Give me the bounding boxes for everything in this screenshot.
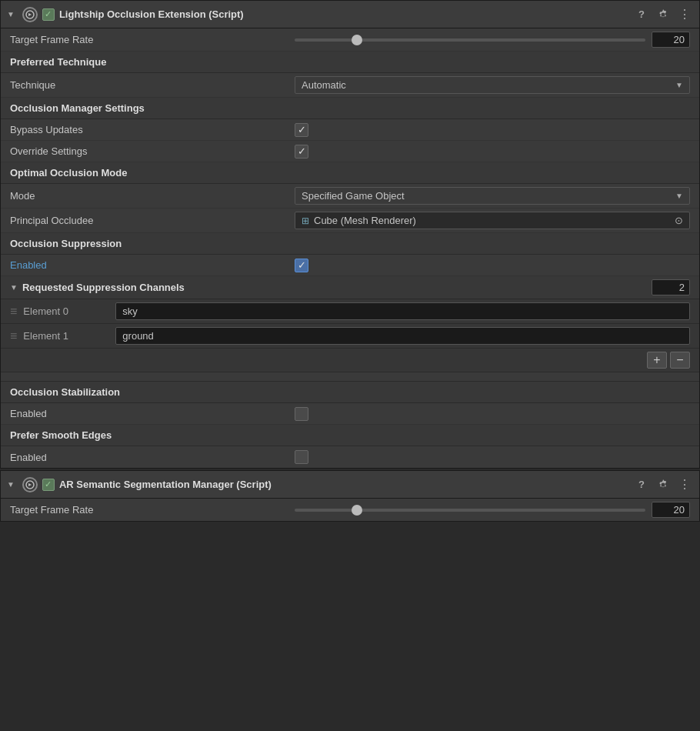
- element-1-input[interactable]: [115, 327, 690, 345]
- panel1-help-icon[interactable]: ?: [633, 6, 650, 23]
- panel2-script-icon: [22, 477, 38, 492]
- panel1-content: Target Frame Rate 20 Preferred Technique…: [1, 28, 699, 468]
- occlusion-manager-settings-header: Occlusion Manager Settings: [1, 98, 699, 119]
- array-buttons-row: + −: [1, 349, 699, 372]
- bypass-updates-label: Bypass Updates: [10, 124, 295, 135]
- occlusion-stabilization-header: Occlusion Stabilization: [1, 382, 699, 403]
- panel2-target-frame-rate-value: 20: [295, 502, 690, 518]
- smooth-edges-enabled-checkbox[interactable]: [295, 450, 308, 464]
- panel2-menu-icon[interactable]: ⋮: [676, 476, 693, 493]
- principal-occludee-field[interactable]: ⊞ Cube (Mesh Renderer) ⊙: [295, 212, 690, 229]
- target-frame-rate-value: 20: [295, 32, 690, 48]
- panel1-header: ▼ ✓ Lightship Occlusion Extension (Scrip…: [1, 1, 699, 28]
- panel1-settings-icon[interactable]: [655, 6, 672, 23]
- technique-row: Technique Automatic ▼: [1, 73, 699, 98]
- panel2-content: Target Frame Rate 20: [1, 499, 699, 521]
- preferred-technique-label: Preferred Technique: [10, 56, 106, 68]
- principal-occludee-value: ⊞ Cube (Mesh Renderer) ⊙: [295, 212, 690, 229]
- panel1-script-icon: [22, 7, 38, 22]
- technique-label: Technique: [10, 79, 295, 91]
- panel2-header: ▼ ✓ AR Semantic Segmentation Manager (Sc…: [1, 471, 699, 499]
- channels-count[interactable]: 2: [652, 279, 690, 295]
- technique-value: Automatic ▼: [295, 76, 690, 94]
- remove-element-button[interactable]: −: [670, 352, 690, 369]
- panel2-settings-icon[interactable]: [655, 476, 672, 493]
- panel2-target-frame-rate-number[interactable]: 20: [652, 502, 690, 518]
- override-settings-row: Override Settings ✓: [1, 141, 699, 162]
- smooth-edges-enabled-value: [295, 450, 690, 464]
- target-frame-rate-number[interactable]: 20: [652, 32, 690, 48]
- panel2-collapse-triangle[interactable]: ▼: [7, 480, 15, 489]
- element-0-row: ≡ Element 0: [1, 299, 699, 324]
- panel1-enabled-check[interactable]: ✓: [42, 8, 55, 21]
- stabilization-enabled-value: [295, 407, 690, 421]
- cube-icon: ⊞: [302, 215, 309, 226]
- stabilization-enabled-checkbox[interactable]: [295, 407, 308, 421]
- principal-occludee-row: Principal Occludee ⊞ Cube (Mesh Renderer…: [1, 209, 699, 233]
- element-0-handle: ≡: [10, 305, 17, 318]
- panel2-target-frame-rate-label: Target Frame Rate: [10, 504, 295, 516]
- occlusion-stabilization-label: Occlusion Stabilization: [10, 386, 120, 398]
- principal-occludee-label: Principal Occludee: [10, 215, 295, 226]
- optimal-occlusion-mode-header: Optimal Occlusion Mode: [1, 162, 699, 184]
- suppression-enabled-text: Enabled: [10, 259, 47, 271]
- optimal-occlusion-mode-label: Optimal Occlusion Mode: [10, 167, 127, 179]
- bypass-updates-checkbox[interactable]: ✓: [295, 123, 308, 137]
- prefer-smooth-edges-label: Prefer Smooth Edges: [10, 429, 112, 441]
- mode-dropdown-arrow: ▼: [675, 192, 683, 200]
- channels-collapse-triangle[interactable]: ▼: [10, 283, 18, 292]
- panel2-target-frame-rate-slider[interactable]: [295, 509, 645, 512]
- add-element-button[interactable]: +: [647, 352, 667, 369]
- technique-dropdown-arrow: ▼: [675, 81, 683, 89]
- smooth-edges-enabled-row: Enabled: [1, 446, 699, 468]
- principal-occludee-text: Cube (Mesh Renderer): [314, 215, 416, 226]
- suppression-enabled-value: ✓: [295, 259, 690, 272]
- ar-segmentation-panel: ▼ ✓ AR Semantic Segmentation Manager (Sc…: [0, 470, 700, 522]
- occlusion-suppression-label: Occlusion Suppression: [10, 238, 122, 249]
- panel2-enabled-check[interactable]: ✓: [42, 479, 55, 491]
- target-frame-rate-slider-container: 20: [295, 32, 690, 48]
- panel1-collapse-triangle[interactable]: ▼: [7, 10, 15, 18]
- occlusion-suppression-header: Occlusion Suppression: [1, 233, 699, 255]
- object-target-icon[interactable]: ⊙: [675, 215, 683, 226]
- element-1-handle: ≡: [10, 330, 17, 342]
- mode-dropdown[interactable]: Specified Game Object ▼: [295, 187, 690, 205]
- bypass-updates-value: ✓: [295, 123, 690, 137]
- occlusion-extension-panel: ▼ ✓ Lightship Occlusion Extension (Scrip…: [0, 0, 700, 469]
- target-frame-rate-row: Target Frame Rate 20: [1, 28, 699, 52]
- panel2-help-icon[interactable]: ?: [633, 476, 650, 493]
- occlusion-manager-settings-label: Occlusion Manager Settings: [10, 102, 145, 114]
- bypass-updates-row: Bypass Updates ✓: [1, 119, 699, 141]
- panel1-title: Lightship Occlusion Extension (Script): [59, 8, 628, 20]
- panel1-menu-icon[interactable]: ⋮: [676, 6, 693, 23]
- element-0-label: Element 0: [23, 305, 115, 317]
- mode-label: Mode: [10, 190, 295, 202]
- override-settings-value: ✓: [295, 145, 690, 159]
- channels-label: Requested Suppression Channels: [22, 282, 652, 293]
- mode-value: Specified Game Object ▼: [295, 187, 690, 205]
- suppression-channels-header: ▼ Requested Suppression Channels 2: [1, 276, 699, 299]
- panel2-slider-container: 20: [295, 502, 690, 518]
- target-frame-rate-label: Target Frame Rate: [10, 34, 295, 45]
- technique-dropdown[interactable]: Automatic ▼: [295, 76, 690, 94]
- prefer-smooth-edges-header: Prefer Smooth Edges: [1, 425, 699, 446]
- suppression-enabled-row: Enabled ✓: [1, 255, 699, 276]
- suppression-enabled-label: Enabled: [10, 259, 295, 271]
- element-0-input[interactable]: [115, 302, 690, 320]
- override-settings-checkbox[interactable]: ✓: [295, 145, 308, 159]
- element-1-row: ≡ Element 1: [1, 324, 699, 349]
- panel2-target-frame-rate-row: Target Frame Rate 20: [1, 499, 699, 521]
- spacer-row: [1, 372, 699, 382]
- override-settings-label: Override Settings: [10, 145, 295, 157]
- suppression-enabled-checkbox[interactable]: ✓: [295, 259, 308, 272]
- panel2-title: AR Semantic Segmentation Manager (Script…: [59, 479, 628, 490]
- target-frame-rate-slider[interactable]: [295, 38, 645, 42]
- stabilization-enabled-row: Enabled: [1, 403, 699, 425]
- element-1-label: Element 1: [23, 330, 115, 342]
- smooth-edges-enabled-label: Enabled: [10, 452, 295, 463]
- mode-row: Mode Specified Game Object ▼: [1, 184, 699, 209]
- preferred-technique-header: Preferred Technique: [1, 52, 699, 73]
- stabilization-enabled-label: Enabled: [10, 408, 295, 419]
